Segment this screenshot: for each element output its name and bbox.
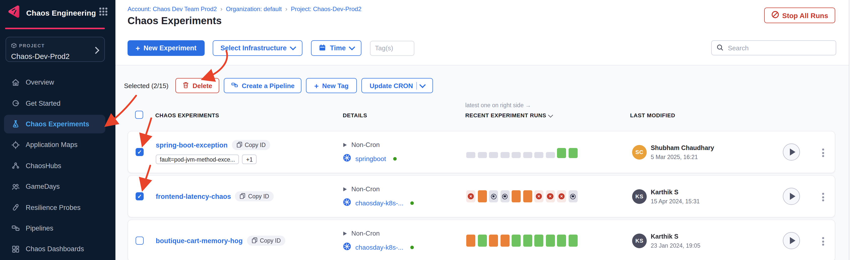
sidebar-item-application-maps[interactable]: Application Maps bbox=[0, 135, 116, 155]
run-status-stopped[interactable] bbox=[568, 190, 578, 202]
run-status-interrupted[interactable] bbox=[500, 234, 509, 247]
run-status-passed[interactable] bbox=[546, 234, 555, 247]
run-status-passed[interactable] bbox=[568, 234, 578, 247]
run-status-none[interactable] bbox=[546, 152, 555, 158]
more-tags-chip[interactable]: +1 bbox=[242, 154, 257, 164]
sidebar-accent-divider bbox=[5, 28, 105, 29]
copy-icon bbox=[240, 193, 246, 200]
sort-chevron-icon[interactable] bbox=[548, 112, 553, 117]
chaos-logo-icon bbox=[6, 4, 21, 21]
run-status-passed-recent[interactable] bbox=[568, 148, 578, 158]
run-experiment-button[interactable] bbox=[783, 232, 800, 249]
tags-filter-input[interactable] bbox=[370, 40, 414, 55]
app-title: Chaos Engineering bbox=[26, 8, 96, 17]
run-status-none[interactable] bbox=[500, 152, 509, 158]
app-switcher-grid-icon[interactable] bbox=[99, 7, 107, 15]
experiment-name-link[interactable]: boutique-cart-memory-hog bbox=[156, 237, 243, 245]
time-filter-dropdown[interactable]: Time bbox=[311, 40, 362, 56]
new-experiment-button[interactable]: + New Experiment bbox=[127, 40, 205, 56]
pipelines-icon bbox=[11, 224, 20, 233]
run-status-interrupted[interactable] bbox=[466, 234, 475, 247]
sidebar-item-chaoshubs[interactable]: ChaosHubs bbox=[0, 155, 116, 176]
run-status-passed-recent[interactable] bbox=[557, 148, 566, 158]
sidebar-item-overview[interactable]: Overview bbox=[0, 72, 116, 93]
infrastructure-link[interactable]: springboot bbox=[355, 155, 386, 162]
row-checkbox[interactable]: ✓ bbox=[135, 192, 144, 200]
sidebar-item-chaos-dashboards[interactable]: Chaos Dashboards bbox=[0, 238, 116, 260]
run-status-none[interactable] bbox=[477, 152, 487, 158]
trash-icon bbox=[183, 81, 189, 90]
scrollbar-track[interactable] bbox=[849, 0, 868, 260]
create-pipeline-button[interactable]: Create a Pipeline bbox=[224, 78, 302, 93]
select-all-checkbox[interactable] bbox=[135, 111, 143, 119]
select-infrastructure-dropdown[interactable]: Select Infrastructure bbox=[213, 40, 303, 56]
copy-icon bbox=[251, 237, 257, 244]
stop-all-runs-label: Stop All Runs bbox=[782, 11, 828, 20]
kubernetes-icon bbox=[343, 243, 351, 252]
run-status-none[interactable] bbox=[523, 152, 532, 158]
modified-by-name: Karthik S bbox=[651, 188, 700, 195]
run-status-stopped[interactable] bbox=[500, 190, 509, 202]
sidebar-item-chaos-experiments[interactable]: Chaos Experiments bbox=[0, 114, 116, 135]
run-status-interrupted[interactable] bbox=[512, 190, 521, 202]
stop-all-runs-button[interactable]: Stop All Runs bbox=[764, 7, 835, 23]
row-menu-button[interactable] bbox=[822, 147, 824, 158]
update-cron-button[interactable]: Update CRON bbox=[362, 78, 433, 93]
run-status-failed[interactable]: × bbox=[466, 190, 475, 202]
sidebar-item-get-started[interactable]: Get Started bbox=[0, 93, 116, 114]
resilience-probes-icon bbox=[11, 203, 20, 212]
sidebar-item-label: Chaos Dashboards bbox=[26, 246, 84, 253]
run-status-failed[interactable]: × bbox=[546, 190, 555, 202]
new-tag-button[interactable]: + New Tag bbox=[306, 78, 357, 93]
project-label: PROJECT bbox=[19, 43, 45, 48]
experiment-name-link[interactable]: spring-boot-exception bbox=[156, 141, 227, 149]
breadcrumb-organization-link[interactable]: Organization: default bbox=[226, 5, 282, 12]
sidebar-item-resilience-probes[interactable]: Resilience Probes bbox=[0, 197, 116, 218]
run-status-interrupted[interactable] bbox=[523, 190, 532, 202]
search-input[interactable] bbox=[711, 40, 836, 55]
run-status-passed[interactable] bbox=[477, 234, 487, 247]
breadcrumb-account-link[interactable]: Account: Chaos Dev Team Prod2 bbox=[127, 5, 217, 12]
row-checkbox[interactable]: ✓ bbox=[135, 148, 144, 156]
page-title: Chaos Experiments bbox=[127, 15, 221, 27]
breadcrumb-project-link[interactable]: Project: Chaos-Dev-Prod2 bbox=[291, 5, 362, 12]
copy-id-button[interactable]: Copy ID bbox=[231, 140, 270, 150]
run-status-none[interactable] bbox=[466, 152, 475, 158]
run-status-failed[interactable]: × bbox=[557, 190, 566, 202]
run-status-passed[interactable] bbox=[523, 234, 532, 247]
sidebar: Chaos Engineering PROJECT Chaos-Dev-Prod… bbox=[0, 0, 116, 260]
copy-id-button[interactable]: Copy ID bbox=[247, 235, 285, 246]
row-menu-button[interactable] bbox=[822, 191, 824, 203]
run-status-none[interactable] bbox=[489, 152, 498, 158]
copy-id-button[interactable]: Copy ID bbox=[235, 191, 274, 201]
run-status-passed[interactable] bbox=[512, 234, 521, 247]
project-selector[interactable]: PROJECT Chaos-Dev-Prod2 bbox=[5, 37, 105, 62]
run-status-passed[interactable] bbox=[534, 234, 544, 247]
project-name: Chaos-Dev-Prod2 bbox=[11, 52, 99, 61]
run-status-stopped[interactable] bbox=[489, 190, 498, 202]
modified-date: 23 Jan 2024, 19:05 bbox=[651, 243, 701, 249]
run-status-interrupted[interactable] bbox=[477, 190, 487, 202]
selected-count-label: Selected (2/15) bbox=[124, 82, 168, 89]
stopped-run-icon bbox=[502, 193, 507, 199]
run-experiment-button[interactable] bbox=[783, 144, 800, 160]
breadcrumb-separator: › bbox=[285, 5, 287, 12]
run-experiment-button[interactable] bbox=[783, 188, 800, 205]
sidebar-item-pipelines[interactable]: Pipelines bbox=[0, 218, 116, 238]
experiment-name-link[interactable]: frontend-latency-chaos bbox=[156, 192, 231, 200]
modified-by-name: Shubham Chaudhary bbox=[651, 144, 714, 151]
delete-button[interactable]: Delete bbox=[176, 78, 219, 93]
run-status-interrupted[interactable] bbox=[489, 234, 498, 247]
modified-date: 5 Mar 2025, 16:21 bbox=[651, 154, 714, 160]
infrastructure-link[interactable]: chaosday-k8s-... bbox=[355, 244, 403, 251]
run-status-none[interactable] bbox=[512, 152, 521, 158]
run-status-none[interactable] bbox=[534, 152, 544, 158]
run-status-passed[interactable] bbox=[557, 234, 566, 247]
row-checkbox[interactable] bbox=[135, 236, 144, 245]
run-status-failed[interactable]: × bbox=[534, 190, 544, 202]
row-menu-button[interactable] bbox=[822, 235, 824, 247]
last-modified-cell: Shubham Chaudhary5 Mar 2025, 16:21 bbox=[651, 132, 714, 173]
infrastructure-link[interactable]: chaosday-k8s-... bbox=[355, 199, 403, 207]
copy-icon bbox=[236, 142, 242, 149]
sidebar-item-gamedays[interactable]: GameDays bbox=[0, 176, 116, 197]
